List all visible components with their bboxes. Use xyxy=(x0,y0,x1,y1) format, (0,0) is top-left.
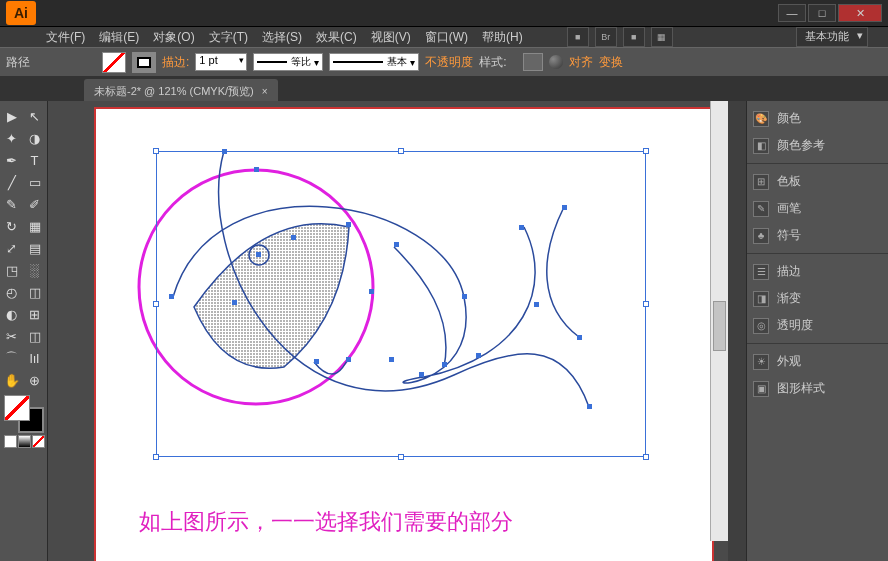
menu-view[interactable]: 视图(V) xyxy=(371,29,411,46)
menu-select[interactable]: 选择(S) xyxy=(262,29,302,46)
app-icon: Ai xyxy=(6,1,36,25)
direct-selection-tool[interactable]: ↖ xyxy=(23,105,46,127)
right-dock-strip[interactable] xyxy=(728,101,746,561)
arrange-icon[interactable]: ▦ xyxy=(651,27,673,47)
vscroll-thumb[interactable] xyxy=(713,301,726,351)
eyedropper-tool[interactable]: ◐ xyxy=(0,303,23,325)
graphic-style-swatch[interactable] xyxy=(523,53,543,71)
tab-title: 未标题-2* @ 121% (CMYK/预览) xyxy=(94,84,254,99)
title-icon-3[interactable]: ■ xyxy=(623,27,645,47)
symbol-sprayer-tool[interactable]: ✂ xyxy=(0,325,23,347)
recolor-icon[interactable] xyxy=(549,55,563,69)
selection-tool[interactable]: ▶ xyxy=(0,105,23,127)
swatches-icon: ⊞ xyxy=(753,174,769,190)
panel-appearance[interactable]: ☀外观 xyxy=(747,348,888,375)
transparency-icon: ◎ xyxy=(753,318,769,334)
selection-bounding-box[interactable] xyxy=(156,151,646,457)
blend-tool[interactable]: ⊞ xyxy=(23,303,46,325)
canvas-area[interactable]: 如上图所示，一一选择我们需要的部分 xyxy=(48,101,728,561)
document-tab[interactable]: 未标题-2* @ 121% (CMYK/预览) × xyxy=(84,79,278,101)
gradient-tool[interactable]: ◫ xyxy=(23,281,46,303)
vertical-scrollbar[interactable] xyxy=(710,101,728,541)
panel-color-label: 颜色 xyxy=(777,110,801,127)
panel-graphic-styles[interactable]: ▣图形样式 xyxy=(747,375,888,402)
handle-ne[interactable] xyxy=(643,148,649,154)
menu-object[interactable]: 对象(O) xyxy=(153,29,194,46)
line-tool[interactable]: ╱ xyxy=(0,171,23,193)
perspective-grid-tool[interactable]: ░ xyxy=(23,259,46,281)
panel-transparency[interactable]: ◎透明度 xyxy=(747,312,888,339)
handle-sw[interactable] xyxy=(153,454,159,460)
handle-w[interactable] xyxy=(153,301,159,307)
menu-effect[interactable]: 效果(C) xyxy=(316,29,357,46)
scale-tool[interactable]: ▦ xyxy=(23,215,46,237)
handle-se[interactable] xyxy=(643,454,649,460)
column-graph-tool[interactable]: ◫ xyxy=(23,325,46,347)
fill-swatch[interactable] xyxy=(102,52,126,73)
menu-help[interactable]: 帮助(H) xyxy=(482,29,523,46)
type-tool[interactable]: T xyxy=(23,149,46,171)
panel-swatches[interactable]: ⊞色板 xyxy=(747,168,888,195)
graphic-styles-icon: ▣ xyxy=(753,381,769,397)
brushes-icon: ✎ xyxy=(753,201,769,217)
panel-appearance-label: 外观 xyxy=(777,353,801,370)
variable-width-profile[interactable]: 等比▾ xyxy=(253,53,323,71)
pen-tool[interactable]: ✒ xyxy=(0,149,23,171)
title-icon-1[interactable]: ■ xyxy=(567,27,589,47)
menubar: 文件(F) 编辑(E) 对象(O) 文字(T) 选择(S) 效果(C) 视图(V… xyxy=(0,27,888,47)
color-guide-icon: ◧ xyxy=(753,138,769,154)
minimize-button[interactable]: — xyxy=(778,4,806,22)
mini-gradient[interactable] xyxy=(18,435,31,448)
stroke-swatch[interactable] xyxy=(132,52,156,73)
zoom-tool[interactable]: ⊕ xyxy=(23,369,46,391)
width-tool[interactable]: ⤢ xyxy=(0,237,23,259)
transform-label[interactable]: 变换 xyxy=(599,54,623,71)
maximize-button[interactable]: □ xyxy=(808,4,836,22)
handle-e[interactable] xyxy=(643,301,649,307)
panel-symbols[interactable]: ♣符号 xyxy=(747,222,888,249)
brush-definition[interactable]: 基本▾ xyxy=(329,53,419,71)
mesh-tool[interactable]: ◴ xyxy=(0,281,23,303)
panel-brushes[interactable]: ✎画笔 xyxy=(747,195,888,222)
align-label[interactable]: 对齐 xyxy=(569,54,593,71)
opacity-label[interactable]: 不透明度 xyxy=(425,54,473,71)
panel-color-guide[interactable]: ◧颜色参考 xyxy=(747,132,888,159)
shape-builder-tool[interactable]: ◳ xyxy=(0,259,23,281)
panel-separator-1 xyxy=(747,163,888,164)
rotate-tool[interactable]: ↻ xyxy=(0,215,23,237)
panel-gradient[interactable]: ◨渐变 xyxy=(747,285,888,312)
handle-nw[interactable] xyxy=(153,148,159,154)
menu-edit[interactable]: 编辑(E) xyxy=(99,29,139,46)
menu-file[interactable]: 文件(F) xyxy=(46,29,85,46)
appearance-icon: ☀ xyxy=(753,354,769,370)
menu-type[interactable]: 文字(T) xyxy=(209,29,248,46)
mini-none[interactable] xyxy=(32,435,45,448)
pencil-tool[interactable]: ✐ xyxy=(23,193,46,215)
tab-close-icon[interactable]: × xyxy=(262,86,268,97)
artboard-tool[interactable]: ⌒ xyxy=(0,347,23,369)
handle-n[interactable] xyxy=(398,148,404,154)
paintbrush-tool[interactable]: ✎ xyxy=(0,193,23,215)
fill-stroke-swatches[interactable] xyxy=(4,395,44,433)
close-button[interactable]: ✕ xyxy=(838,4,882,22)
rectangle-tool[interactable]: ▭ xyxy=(23,171,46,193)
stroke-label[interactable]: 描边: xyxy=(162,54,189,71)
workspace-switcher[interactable]: 基本功能 xyxy=(796,27,868,47)
mini-color[interactable] xyxy=(4,435,17,448)
handle-s[interactable] xyxy=(398,454,404,460)
slice-tool[interactable]: lıl xyxy=(23,347,46,369)
titlebar: Ai xyxy=(0,0,888,27)
panel-swatches-label: 色板 xyxy=(777,173,801,190)
stroke-weight-input[interactable]: 1 pt xyxy=(195,53,247,71)
hand-tool[interactable]: ✋ xyxy=(0,369,23,391)
lasso-tool[interactable]: ◑ xyxy=(23,127,46,149)
panel-color[interactable]: 🎨颜色 xyxy=(747,105,888,132)
panel-stroke-label: 描边 xyxy=(777,263,801,280)
panel-brushes-label: 画笔 xyxy=(777,200,801,217)
bridge-icon[interactable]: Br xyxy=(595,27,617,47)
panel-stroke[interactable]: ☰描边 xyxy=(747,258,888,285)
panel-color-guide-label: 颜色参考 xyxy=(777,137,825,154)
free-transform-tool[interactable]: ▤ xyxy=(23,237,46,259)
menu-window[interactable]: 窗口(W) xyxy=(425,29,468,46)
magic-wand-tool[interactable]: ✦ xyxy=(0,127,23,149)
